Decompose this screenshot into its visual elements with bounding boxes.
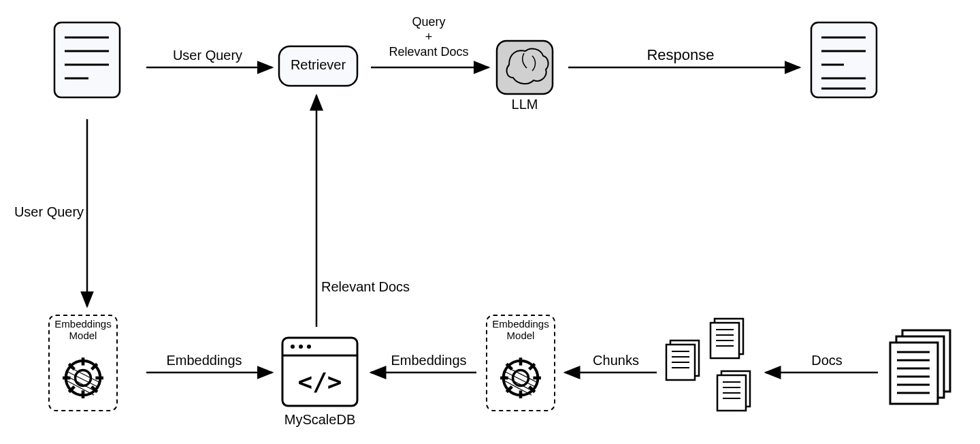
embeddings-model-right-label: Embeddings Model (487, 319, 555, 341)
edge-label-docs: Docs (796, 353, 858, 368)
edge-label-embeddings-right: Embeddings (381, 353, 476, 368)
svg-rect-0 (54, 22, 120, 97)
llm-caption: LLM (497, 97, 553, 112)
chunks-docs-icon (666, 319, 750, 411)
edge-label-embeddings-left: Embeddings (146, 353, 262, 368)
edge-label-user-query-top: User Query (153, 48, 262, 63)
edge-label-query-line2: Relevant Docs (371, 45, 487, 59)
edge-label-response: Response (626, 46, 735, 64)
edge-label-query-plus: + (371, 30, 487, 44)
svg-rect-5 (497, 41, 553, 94)
edge-label-user-query-vertical: User Query (1, 204, 97, 220)
edge-label-query-line1: Query (371, 15, 487, 29)
edge-label-relevant-docs-vertical: Relevant Docs (321, 279, 430, 295)
response-doc-icon (811, 22, 877, 97)
svg-point-31 (307, 345, 311, 349)
svg-point-30 (299, 345, 303, 349)
diagram-svg: </> (0, 0, 980, 444)
myscaledb-caption: MyScaleDB (282, 412, 357, 428)
edge-label-chunks: Chunks (578, 353, 653, 368)
retriever-label: Retriever (279, 57, 357, 73)
user-query-doc-icon (54, 22, 120, 97)
svg-text:</>: </> (297, 368, 342, 396)
source-docs-icon (890, 330, 950, 404)
embeddings-model-left-label: Embeddings Model (49, 319, 117, 341)
svg-rect-6 (811, 22, 877, 97)
llm-node (497, 41, 553, 94)
svg-point-29 (291, 345, 295, 349)
myscaledb-node: </> (282, 338, 357, 406)
